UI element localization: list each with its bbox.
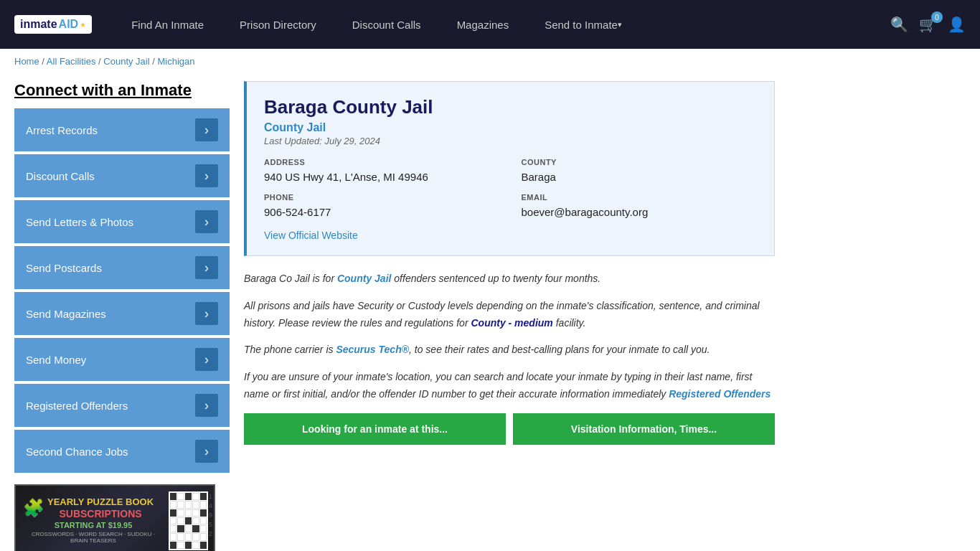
sidebar-send-postcards[interactable]: Send Postcards ›: [14, 246, 230, 289]
desc-para1: Baraga Co Jail is for County Jail offend…: [244, 270, 775, 288]
cart-badge: 0: [931, 11, 943, 23]
user-icon[interactable]: 👤: [948, 16, 966, 33]
securus-link[interactable]: Securus Tech®: [336, 344, 409, 355]
facility-website: View Official Website: [264, 230, 757, 241]
desc-para1-pre: Baraga Co Jail is for: [244, 273, 337, 284]
address-label: ADDRESS: [264, 158, 500, 166]
arrow-icon: ›: [195, 394, 218, 417]
phone-value: 906-524-6177: [264, 204, 500, 220]
arrow-icon: ›: [195, 302, 218, 325]
nav-prison-directory[interactable]: Prison Directory: [222, 0, 334, 49]
logo-aid: AID: [59, 18, 79, 31]
county-jail-link1[interactable]: County Jail: [337, 273, 391, 284]
desc-para2-post: facility.: [553, 317, 586, 329]
cart-icon[interactable]: 🛒 0: [919, 16, 937, 33]
breadcrumb-all-facilities[interactable]: All Facilities: [47, 56, 96, 67]
logo-star-icon: ★: [80, 21, 86, 29]
breadcrumb: Home / All Facilities / County Jail / Mi…: [0, 49, 980, 74]
ad-price: STARTING AT $19.95: [23, 521, 164, 529]
desc-para3: The phone carrier is Securus Tech®, to s…: [244, 342, 775, 359]
ad-title2: SUBSCRIPTIONS: [47, 508, 154, 519]
county-value: Baraga: [522, 169, 758, 184]
ad-fine-print: CROSSWORDS · WORD SEARCH · SUDOKU · BRAI…: [23, 531, 164, 544]
sidebar-send-letters[interactable]: Send Letters & Photos ›: [14, 200, 230, 243]
desc-para3-pre: The phone carrier is: [244, 344, 336, 355]
sidebar-ad[interactable]: 🧩 YEARLY PUZZLE BOOK SUBSCRIPTIONS START…: [14, 484, 215, 551]
sidebar: Connect with an Inmate Arrest Records › …: [14, 81, 230, 551]
county-medium-link[interactable]: County - medium: [471, 317, 552, 329]
arrow-icon: ›: [195, 440, 218, 463]
facility-card: Baraga County Jail County Jail Last Upda…: [244, 81, 775, 256]
nav-find-inmate[interactable]: Find An Inmate: [113, 0, 222, 49]
visitation-info-button[interactable]: Visitation Information, Times...: [513, 413, 775, 445]
search-icon[interactable]: 🔍: [890, 16, 908, 33]
address-value: 940 US Hwy 41, L'Anse, MI 49946: [264, 169, 500, 184]
main-nav: Find An Inmate Prison Directory Discount…: [113, 0, 890, 49]
breadcrumb-home[interactable]: Home: [14, 56, 39, 67]
facility-last-updated: Last Updated: July 29, 2024: [264, 136, 757, 146]
breadcrumb-michigan[interactable]: Michigan: [157, 56, 194, 67]
breadcrumb-county-jail[interactable]: County Jail: [103, 56, 149, 67]
facility-type: County Jail: [264, 121, 757, 134]
email-label: EMAIL: [522, 193, 758, 202]
sidebar-discount-calls[interactable]: Discount Calls ›: [14, 154, 230, 197]
desc-para1-post: offenders sentenced up to twenty four mo…: [391, 273, 600, 284]
puzzle-numbers: 14952: [209, 493, 212, 537]
registered-offenders-link[interactable]: Registered Offenders: [669, 388, 771, 400]
desc-para3-post: , to see their rates and best-calling pl…: [409, 344, 710, 355]
email-block: EMAIL boever@baragacounty.org: [522, 193, 758, 220]
arrow-icon: ›: [195, 210, 218, 233]
looking-for-inmate-button[interactable]: Looking for an inmate at this...: [244, 413, 506, 445]
county-block: COUNTY Baraga: [522, 158, 758, 184]
main-container: Connect with an Inmate Arrest Records › …: [0, 74, 789, 551]
facility-name: Baraga County Jail: [264, 96, 757, 118]
arrow-icon: ›: [195, 348, 218, 371]
official-website-link[interactable]: View Official Website: [264, 230, 358, 241]
logo-inmate: inmate: [20, 18, 57, 31]
sidebar-arrest-records[interactable]: Arrest Records ›: [14, 108, 230, 151]
nav-magazines[interactable]: Magazines: [439, 0, 527, 49]
desc-para2: All prisons and jails have Security or C…: [244, 298, 775, 332]
logo[interactable]: inmate AID ★: [14, 15, 92, 34]
nav-discount-calls[interactable]: Discount Calls: [334, 0, 439, 49]
ad-title: YEARLY PUZZLE BOOK: [47, 496, 154, 508]
sidebar-send-money[interactable]: Send Money ›: [14, 338, 230, 381]
arrow-icon: ›: [195, 256, 218, 279]
desc-para4: If you are unsure of your inmate's locat…: [244, 369, 775, 403]
sidebar-registered-offenders[interactable]: Registered Offenders ›: [14, 384, 230, 427]
phone-block: PHONE 906-524-6177: [264, 193, 500, 220]
sidebar-title: Connect with an Inmate: [14, 81, 230, 100]
email-value: boever@baragacounty.org: [522, 204, 758, 220]
sidebar-send-magazines[interactable]: Send Magazines ›: [14, 292, 230, 335]
arrow-icon: ›: [195, 164, 218, 187]
sidebar-second-chance-jobs[interactable]: Second Chance Jobs ›: [14, 430, 230, 473]
county-label: COUNTY: [522, 158, 758, 166]
description-area: Baraga Co Jail is for County Jail offend…: [244, 270, 775, 403]
nav-send-to-inmate[interactable]: Send to Inmate: [527, 0, 640, 49]
facility-details: ADDRESS 940 US Hwy 41, L'Anse, MI 49946 …: [264, 158, 757, 220]
bottom-buttons: Looking for an inmate at this... Visitat…: [244, 413, 775, 445]
phone-label: PHONE: [264, 193, 500, 202]
address-block: ADDRESS 940 US Hwy 41, L'Anse, MI 49946: [264, 158, 500, 184]
content-area: Baraga County Jail County Jail Last Upda…: [244, 81, 775, 551]
arrow-icon: ›: [195, 118, 218, 141]
puzzle-grid: [169, 491, 208, 550]
header-icons: 🔍 🛒 0 👤: [890, 16, 966, 33]
